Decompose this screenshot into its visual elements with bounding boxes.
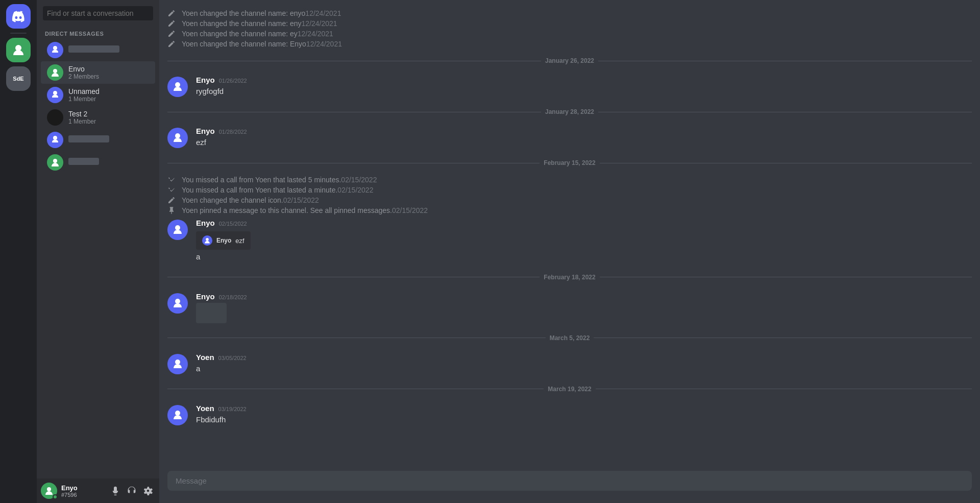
msg-timestamp-5: 03/05/2022 xyxy=(218,355,247,361)
dm-item-redacted1[interactable] xyxy=(41,39,155,61)
dm-info-redacted3 xyxy=(68,158,151,167)
msg-content-5: Yoen 03/05/2022 a xyxy=(196,353,972,374)
user-name: Enyo xyxy=(61,484,104,492)
system-msg-3-text: Yoen changed the channel name: ey12/24/2… xyxy=(182,30,333,38)
dm-search-input[interactable] xyxy=(43,6,153,20)
dm-avatar-unnamed xyxy=(47,87,63,103)
pencil-icon-4 xyxy=(167,40,176,48)
dm-info-redacted1 xyxy=(68,45,151,55)
dm-sub-envo: 2 Members xyxy=(68,73,151,80)
phone-missed-icon-2 xyxy=(167,186,176,194)
dm-avatar-redacted3 xyxy=(47,154,63,171)
chat-input-area xyxy=(159,471,980,503)
dm-name-envo: Envo xyxy=(68,65,151,73)
pencil-icon-3 xyxy=(167,30,176,38)
dm-section-label: Direct Messages xyxy=(37,27,159,39)
dm-item-envo[interactable]: Envo 2 Members xyxy=(41,61,155,84)
feb15-sys-3-text: Yoen changed the channel icon.02/15/2022 xyxy=(182,196,319,204)
msg-timestamp-2: 01/28/2022 xyxy=(219,129,247,135)
msg-text-1: rygfogfd xyxy=(196,86,972,97)
feb15-sys-4: Yoen pinned a message to this channel. S… xyxy=(159,205,980,215)
dm-item-redacted3[interactable] xyxy=(41,151,155,174)
system-msg-4-text: Yoen changed the channel name: Enyo12/24… xyxy=(182,40,342,48)
image-attachment xyxy=(196,303,227,323)
dm-item-redacted2[interactable] xyxy=(41,129,155,151)
server-icon-envo[interactable] xyxy=(6,38,31,62)
chat-messages[interactable]: Yoen changed the channel name: enyo12/24… xyxy=(159,0,980,471)
system-msg-2-text: Yoen changed the channel name: eny12/24/… xyxy=(182,19,337,28)
headset-button[interactable] xyxy=(125,484,139,498)
user-status-avatar xyxy=(41,483,57,499)
dm-item-test2[interactable]: Test 2 1 Member xyxy=(41,106,155,129)
dm-name-redacted3 xyxy=(68,158,99,165)
system-msg-1-text: Yoen changed the channel name: enyo12/24… xyxy=(182,9,341,17)
svg-point-8 xyxy=(175,299,180,304)
svg-point-6 xyxy=(175,225,180,230)
feb15-sys-2: You missed a call from Yoen that lasted … xyxy=(159,185,980,195)
msg-content-2: Enyo 01/28/2022 ezf xyxy=(196,127,972,148)
server-icon-sde[interactable]: SdE xyxy=(6,66,31,91)
system-msg-4: Yoen changed the channel name: Enyo12/24… xyxy=(159,39,980,49)
msg-header-5: Yoen 03/05/2022 xyxy=(196,353,972,362)
svg-point-10 xyxy=(175,411,180,416)
phone-missed-icon-1 xyxy=(167,176,176,184)
msg-timestamp-4: 02/18/2022 xyxy=(219,294,247,300)
dm-sub-unnamed: 1 Member xyxy=(68,95,151,103)
pinned-avatar xyxy=(202,235,212,246)
system-msg-3: Yoen changed the channel name: ey12/24/2… xyxy=(159,29,980,39)
message-group-6: Yoen 03/19/2022 Fbdidufh xyxy=(159,403,980,426)
date-divider-feb18: February 18, 2022 xyxy=(159,266,980,289)
dm-avatar-test2 xyxy=(47,109,63,126)
dm-item-unnamed[interactable]: Unnamed 1 Member xyxy=(41,84,155,106)
settings-button[interactable] xyxy=(141,484,155,498)
msg-author-enyo-1: Enyo xyxy=(196,76,215,84)
feb15-sys-2-text: You missed a call from Yoen that lasted … xyxy=(182,186,373,194)
feb15-sys-4-text: Yoen pinned a message to this channel. S… xyxy=(182,206,428,214)
sde-label: SdE xyxy=(13,76,23,82)
dm-sub-test2: 1 Member xyxy=(68,118,151,125)
user-info: Enyo #7596 xyxy=(61,484,104,498)
message-group-4: Enyo 02/18/2022 xyxy=(159,291,980,324)
system-msg-1: Yoen changed the channel name: enyo12/24… xyxy=(159,8,980,18)
user-controls xyxy=(108,484,155,498)
dm-info-unnamed: Unnamed 1 Member xyxy=(68,87,151,103)
feb15-sys-3: Yoen changed the channel icon.02/15/2022 xyxy=(159,195,980,205)
msg-text-5: a xyxy=(196,364,972,374)
msg-timestamp-1: 01/26/2022 xyxy=(219,78,247,84)
feb15-sys-1: You missed a call from Yoen that lasted … xyxy=(159,175,980,185)
msg-content-4: Enyo 02/18/2022 xyxy=(196,292,972,323)
msg-content-1: Enyo 01/26/2022 rygfogfd xyxy=(196,76,972,97)
msg-author-enyo-4: Enyo xyxy=(196,292,215,301)
dm-name-redacted1 xyxy=(68,45,119,53)
msg-header-1: Enyo 01/26/2022 xyxy=(196,76,972,84)
server-icon-discord[interactable] xyxy=(6,4,31,29)
msg-header-2: Enyo 01/28/2022 xyxy=(196,127,972,135)
dm-avatar-envo xyxy=(47,64,63,81)
msg-author-enyo-2: Enyo xyxy=(196,127,215,135)
pencil-icon-2 xyxy=(167,19,176,28)
pin-icon-feb15 xyxy=(167,206,176,214)
dm-name-unnamed: Unnamed xyxy=(68,87,151,95)
msg-text-2: ezf xyxy=(196,137,972,148)
msg-header-6: Yoen 03/19/2022 xyxy=(196,404,972,413)
dm-panel: Direct Messages Envo 2 Members xyxy=(37,0,159,503)
status-dot xyxy=(53,494,58,499)
date-divider-mar19: March 19, 2022 xyxy=(159,377,980,401)
svg-point-5 xyxy=(175,133,180,138)
message-group-1: Enyo 01/26/2022 rygfogfd xyxy=(159,75,980,98)
msg-avatar-enyo-2 xyxy=(167,128,188,148)
msg-avatar-enyo-4 xyxy=(167,293,188,314)
dm-info-test2: Test 2 1 Member xyxy=(68,110,151,125)
msg-text-6: Fbdidufh xyxy=(196,415,972,425)
system-msg-2: Yoen changed the channel name: eny12/24/… xyxy=(159,18,980,29)
pinned-message-preview: Enyo ezf xyxy=(196,231,251,250)
svg-point-2 xyxy=(53,159,57,163)
msg-text-3: a xyxy=(196,252,972,262)
msg-avatar-enyo-1 xyxy=(167,77,188,97)
date-divider-feb15: February 15, 2022 xyxy=(159,151,980,175)
message-input[interactable] xyxy=(176,476,964,485)
microphone-button[interactable] xyxy=(108,484,122,498)
msg-header-3: Enyo 02/15/2022 xyxy=(196,219,972,227)
feb15-sys-1-text: You missed a call from Yoen that lasted … xyxy=(182,176,377,184)
svg-point-3 xyxy=(47,487,51,491)
